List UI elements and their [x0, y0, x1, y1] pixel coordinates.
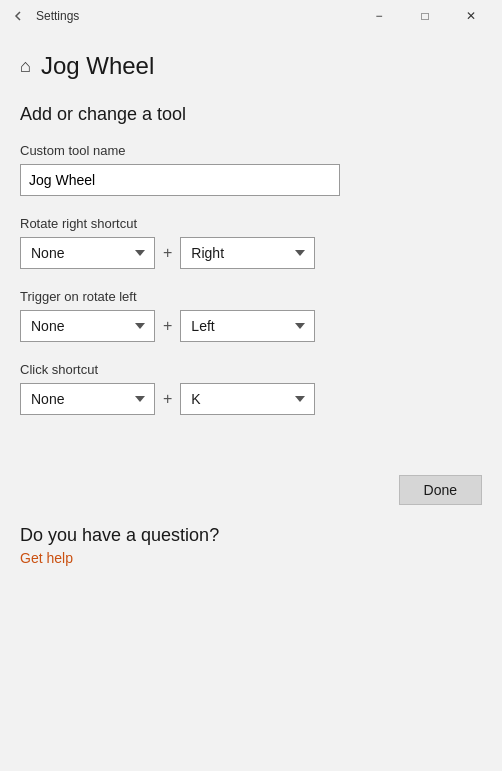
minimize-button[interactable]: −	[356, 0, 402, 32]
custom-tool-name-label: Custom tool name	[20, 143, 482, 158]
plus-sign-1: +	[163, 244, 172, 262]
rotate-right-key-wrapper: Right Left Up Down	[180, 237, 315, 269]
plus-sign-2: +	[163, 317, 172, 335]
title-bar-left: Settings	[8, 6, 79, 26]
close-button[interactable]: ✕	[448, 0, 494, 32]
rotate-left-shortcut-row: None Ctrl Shift Alt Win + Left Right Up …	[20, 310, 482, 342]
window-title: Settings	[36, 9, 79, 23]
plus-sign-3: +	[163, 390, 172, 408]
rotate-right-key-select[interactable]: Right Left Up Down	[180, 237, 315, 269]
rotate-left-key-wrapper: Left Right Up Down	[180, 310, 315, 342]
rotate-left-key-select[interactable]: Left Right Up Down	[180, 310, 315, 342]
rotate-left-label: Trigger on rotate left	[20, 289, 482, 304]
maximize-button[interactable]: □	[402, 0, 448, 32]
home-icon: ⌂	[20, 56, 31, 77]
click-shortcut-label: Click shortcut	[20, 362, 482, 377]
rotate-right-mod-select[interactable]: None Ctrl Shift Alt Win	[20, 237, 155, 269]
rotate-right-label: Rotate right shortcut	[20, 216, 482, 231]
rotate-left-group: Trigger on rotate left None Ctrl Shift A…	[20, 289, 482, 342]
done-button[interactable]: Done	[399, 475, 482, 505]
click-shortcut-row: None Ctrl Shift Alt Win + K A B C D	[20, 383, 482, 415]
page-content: ⌂ Jog Wheel Add or change a tool Custom …	[0, 32, 502, 586]
click-shortcut-group: Click shortcut None Ctrl Shift Alt Win +…	[20, 362, 482, 415]
done-btn-row: Done	[20, 475, 482, 505]
rotate-left-mod-select[interactable]: None Ctrl Shift Alt Win	[20, 310, 155, 342]
rotate-right-mod-wrapper: None Ctrl Shift Alt Win	[20, 237, 155, 269]
section-title: Add or change a tool	[20, 104, 482, 125]
custom-tool-name-group: Custom tool name	[20, 143, 482, 196]
click-mod-wrapper: None Ctrl Shift Alt Win	[20, 383, 155, 415]
rotate-left-mod-wrapper: None Ctrl Shift Alt Win	[20, 310, 155, 342]
title-bar: Settings − □ ✕	[0, 0, 502, 32]
rotate-right-shortcut-row: None Ctrl Shift Alt Win + Right Left Up …	[20, 237, 482, 269]
help-title: Do you have a question?	[20, 525, 482, 546]
page-title: Jog Wheel	[41, 52, 154, 80]
back-button[interactable]	[8, 6, 28, 26]
title-bar-controls: − □ ✕	[356, 0, 494, 32]
help-section: Do you have a question? Get help	[20, 525, 482, 566]
rotate-right-group: Rotate right shortcut None Ctrl Shift Al…	[20, 216, 482, 269]
get-help-link[interactable]: Get help	[20, 550, 73, 566]
custom-tool-name-input[interactable]	[20, 164, 340, 196]
click-mod-select[interactable]: None Ctrl Shift Alt Win	[20, 383, 155, 415]
click-key-wrapper: K A B C D	[180, 383, 315, 415]
page-header: ⌂ Jog Wheel	[20, 52, 482, 80]
click-key-select[interactable]: K A B C D	[180, 383, 315, 415]
